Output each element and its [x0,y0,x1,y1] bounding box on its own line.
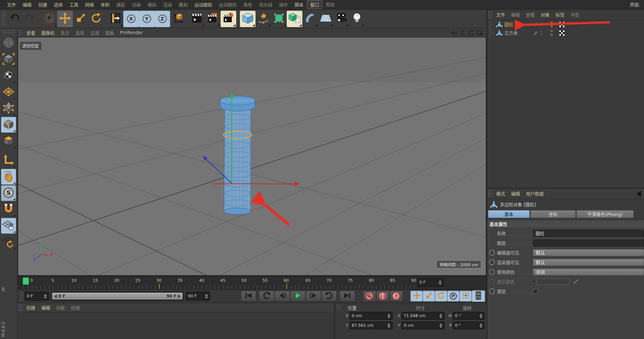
mat-menu-function[interactable]: 功能 [53,304,68,312]
vp-menu-options[interactable]: 选项 [72,29,87,37]
om-menu-file[interactable]: 文件 [493,11,508,19]
menu-volume[interactable]: 体积 [97,0,113,9]
size-y-input[interactable]: 0 cm [401,322,445,329]
panel-fold-arrow-icon[interactable] [636,191,641,197]
editor-visible-dropdown[interactable]: 默认 [533,249,644,256]
keyframe-selection-button[interactable]: ? [390,291,403,301]
menu-tools[interactable]: 工具 [66,0,82,9]
make-editable-button[interactable] [1,52,16,67]
vp-menu-panel[interactable]: 面板 [102,29,117,37]
om-menu-tags[interactable]: 标签 [553,11,567,19]
vp-menu-prorender[interactable]: ProRender [117,29,146,36]
menu-sculpt[interactable]: 雕刻 [175,0,191,9]
viewport-zoom-icon[interactable] [459,30,466,36]
current-frame-spinner[interactable]: 0 F [417,278,444,287]
go-to-start-button[interactable] [241,291,256,301]
vp-menu-filter[interactable]: 过滤 [87,29,102,37]
size-x-input[interactable]: 71.048 cm [401,312,445,320]
menu-window[interactable]: 窗口 [307,0,322,9]
previous-key-button[interactable] [259,291,274,301]
visibility-dots[interactable] [550,21,553,27]
render-view-button[interactable] [189,11,205,27]
key-pla-button[interactable] [459,291,472,301]
coordinate-grip[interactable] [336,304,341,310]
menu-character[interactable]: 角色 [240,0,256,9]
previous-frame-button[interactable] [274,291,290,301]
object-row-cylinder[interactable]: 圆柱 [487,20,644,29]
scale-tool-button[interactable] [73,11,88,27]
stepper-arrows-icon[interactable] [439,280,442,285]
pos-x-input[interactable]: 0 cm [349,312,393,320]
pos-y-input[interactable]: 87.561 cm [349,322,393,329]
menu-motion-tracker[interactable]: 运动跟踪 [191,0,215,9]
snap-s-button[interactable]: S [1,185,16,201]
viewport-solo-mouse-button[interactable] [1,169,16,185]
key-position-button[interactable] [410,291,423,301]
editor-visible-radio-icon[interactable] [489,250,495,255]
end-frame-spinner[interactable]: 90 F [186,291,210,301]
axis-z-button[interactable]: Z [155,11,170,27]
object-name[interactable]: 立方体 [504,30,518,36]
key-scale-button[interactable] [423,291,435,301]
view-label[interactable]: 透视视窗 [20,42,41,49]
menu-mesh[interactable]: 网格 [82,0,97,9]
vp-menu-display[interactable]: 显示 [58,29,72,37]
menu-snap[interactable]: 捕捉 [113,0,129,9]
name-input[interactable]: 圆柱 [533,230,644,237]
animation-palette-button[interactable] [472,290,485,302]
live-selection-button[interactable] [42,11,57,27]
om-menu-view[interactable]: 查看 [523,11,538,19]
enable-axis-button[interactable] [1,153,16,168]
timeline-ruler[interactable]: 0 5 10 15 20 25 30 35 40 45 50 55 60 65 … [17,276,487,289]
transport-grip[interactable] [20,291,24,301]
range-right-arrow-icon[interactable] [178,294,180,298]
menu-simulate[interactable]: 模拟 [144,0,160,9]
om-menu-edit[interactable]: 编辑 [508,11,523,19]
use-color-dropdown[interactable]: 关闭 [533,268,644,276]
stepper-arrows-icon[interactable] [479,323,482,328]
axis-x-button[interactable]: X [123,11,139,27]
add-camera-button[interactable] [334,11,349,27]
mat-menu-texture[interactable]: 纹理 [68,304,83,312]
color-picker-pencil-icon[interactable] [573,279,580,284]
object-name[interactable]: 圆柱 [504,21,513,27]
am-menu-user-data[interactable]: 用户数据 [523,190,547,198]
xray-checkbox[interactable] [533,289,538,294]
add-light-button[interactable] [349,11,365,27]
key-rotation-button[interactable] [435,291,447,301]
points-mode-button[interactable] [1,101,16,116]
record-keyframe-button[interactable] [363,291,376,301]
stepper-arrows-icon[interactable] [439,323,442,328]
undo-button[interactable] [7,11,22,27]
phong-tag-icon[interactable] [559,22,565,27]
add-spline-button[interactable] [256,11,271,27]
om-menu-bookmarks[interactable]: 书签 [567,11,582,19]
tab-basic[interactable]: 基本 [488,210,530,218]
menu-file[interactable]: 文件 [4,0,19,9]
globe-button[interactable] [1,35,16,51]
stepper-arrows-icon[interactable] [387,314,390,318]
phong-tag-icon[interactable] [559,30,565,36]
renderer-visible-radio-icon[interactable] [489,260,495,265]
go-to-end-button[interactable] [339,291,355,301]
object-row-cube[interactable]: 立方体 [487,29,644,37]
basic-properties-section[interactable]: 基本属性 [487,220,644,228]
xray-radio-icon[interactable] [489,289,495,294]
lock-workplane-button[interactable] [1,218,16,234]
menu-pipeline[interactable]: 流水线 [256,0,276,9]
next-key-button[interactable] [321,291,337,301]
next-frame-button[interactable] [306,291,321,301]
tab-phong[interactable]: 平滑着色(Phong) [576,210,634,218]
vp-menu-view[interactable]: 查看 [23,29,38,37]
visibility-dots[interactable] [550,30,553,36]
toolbar-grip[interactable] [1,11,6,26]
left-toolbar-grip[interactable] [2,30,15,34]
rot-p-input[interactable]: 0 ° [453,322,485,329]
editor-visibility-dot[interactable] [550,30,553,32]
range-left-arrow-icon[interactable] [54,294,57,298]
play-button[interactable] [290,291,306,301]
menu-mograph[interactable]: 运动图形 [215,0,240,9]
mat-menu-create[interactable]: 创建 [23,304,38,312]
am-menu-mode[interactable]: 模式 [493,190,508,198]
workplane-mode-button[interactable] [1,84,16,100]
